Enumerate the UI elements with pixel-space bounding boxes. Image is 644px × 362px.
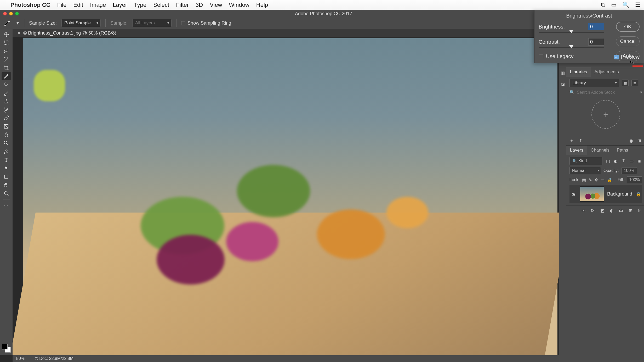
- layer-name[interactable]: Background: [607, 191, 633, 197]
- layer-style-icon[interactable]: fx: [590, 208, 596, 213]
- document-tab[interactable]: ✕ © Brightness_Contrast1.jpg @ 50% (RGB/…: [14, 29, 120, 37]
- window-close-button[interactable]: [3, 12, 7, 15]
- foreground-color-swatch[interactable]: [2, 344, 8, 349]
- add-content-button[interactable]: ＋: [569, 138, 574, 143]
- move-tool[interactable]: [2, 30, 11, 38]
- blur-tool[interactable]: [2, 131, 11, 139]
- contrast-slider[interactable]: [539, 47, 604, 48]
- add-graphic-button[interactable]: ⤒: [578, 138, 583, 143]
- tab-adjustments[interactable]: Adjustments: [591, 67, 623, 77]
- menu-filter[interactable]: Filter: [176, 2, 189, 8]
- dodge-tool[interactable]: [2, 139, 11, 147]
- brightness-input[interactable]: [588, 23, 604, 30]
- document-canvas[interactable]: [23, 38, 557, 355]
- display-icon[interactable]: ▭: [611, 2, 617, 8]
- filter-pixel-icon[interactable]: ▢: [605, 158, 611, 164]
- pen-tool[interactable]: [2, 148, 11, 155]
- crop-tool[interactable]: [2, 64, 11, 72]
- marquee-tool[interactable]: [2, 39, 11, 47]
- lock-artboard-icon[interactable]: ▭: [601, 177, 605, 182]
- opacity-input[interactable]: 100%: [622, 167, 637, 174]
- menu-select[interactable]: Select: [153, 2, 169, 8]
- menu-file[interactable]: File: [57, 2, 66, 8]
- window-minimize-button[interactable]: [9, 12, 13, 15]
- histogram-panel-icon[interactable]: ▥: [559, 69, 566, 76]
- canvas-area[interactable]: [13, 37, 559, 355]
- chevron-down-icon[interactable]: ▾: [640, 90, 642, 95]
- trash-icon[interactable]: 🗑: [637, 138, 643, 143]
- library-dropdown[interactable]: Library: [569, 79, 619, 87]
- preview-checkbox[interactable]: ✓ Preview: [614, 54, 640, 60]
- preview-mode-icon[interactable]: ◉: [629, 138, 634, 143]
- menu-edit[interactable]: Edit: [73, 2, 83, 8]
- close-tab-icon[interactable]: ✕: [17, 31, 21, 36]
- layer-lock-icon[interactable]: 🔒: [636, 192, 641, 197]
- blend-mode-dropdown[interactable]: Normal: [569, 167, 601, 174]
- layer-thumbnail[interactable]: [580, 186, 604, 202]
- spot-heal-tool[interactable]: [2, 81, 11, 88]
- brush-tool[interactable]: [2, 89, 11, 97]
- edit-toolbar-button[interactable]: ⋯: [2, 201, 11, 209]
- eyedropper-tool[interactable]: [2, 72, 11, 80]
- swatches-panel-icon[interactable]: ◪: [559, 81, 566, 88]
- layer-mask-icon[interactable]: ◩: [599, 208, 605, 213]
- contrast-input[interactable]: [588, 38, 604, 46]
- hand-tool[interactable]: [2, 181, 11, 189]
- layer-group-icon[interactable]: 🗀: [618, 208, 624, 213]
- menu-view[interactable]: View: [210, 2, 222, 8]
- lasso-tool[interactable]: [2, 47, 11, 55]
- ok-button[interactable]: OK: [616, 22, 640, 32]
- layer-row[interactable]: ◉ Background 🔒: [569, 185, 642, 203]
- spotlight-icon[interactable]: 🔍: [622, 2, 629, 8]
- tab-paths[interactable]: Paths: [613, 146, 632, 155]
- history-brush-tool[interactable]: [2, 106, 11, 114]
- filter-type-icon[interactable]: T: [621, 158, 626, 164]
- window-zoom-button[interactable]: [15, 12, 19, 15]
- menu-extras-icon[interactable]: ☰: [635, 2, 640, 8]
- lock-pixels-icon[interactable]: ✎: [589, 177, 592, 182]
- screen-record-icon[interactable]: ⧉: [601, 2, 605, 8]
- app-menu[interactable]: Photoshop CC: [10, 2, 50, 8]
- menu-image[interactable]: Image: [90, 2, 106, 8]
- sample-size-dropdown[interactable]: Point Sample: [61, 19, 101, 27]
- menu-type[interactable]: Type: [134, 2, 146, 8]
- lock-transparent-icon[interactable]: ▦: [582, 177, 586, 182]
- color-swatches[interactable]: [2, 344, 11, 353]
- lock-position-icon[interactable]: ✥: [595, 177, 598, 182]
- doc-info[interactable]: © Doc: 22.8M/22.8M: [35, 356, 73, 361]
- filter-adjust-icon[interactable]: ◐: [613, 158, 619, 164]
- new-layer-icon[interactable]: ⊞: [628, 208, 633, 213]
- show-sampling-ring-checkbox[interactable]: Show Sampling Ring: [181, 20, 231, 26]
- tab-layers[interactable]: Layers: [566, 146, 587, 155]
- menu-layer[interactable]: Layer: [113, 2, 127, 8]
- adjustment-layer-icon[interactable]: ◐: [609, 208, 614, 213]
- library-drop-target[interactable]: +: [591, 100, 620, 129]
- menu-window[interactable]: Window: [229, 2, 249, 8]
- fill-input[interactable]: 100%: [627, 176, 642, 183]
- use-legacy-checkbox[interactable]: Use Legacy: [539, 53, 604, 59]
- gradient-tool[interactable]: [2, 122, 11, 130]
- search-stock-input[interactable]: [577, 90, 638, 95]
- filter-shape-icon[interactable]: ▭: [629, 158, 634, 164]
- layer-visibility-toggle[interactable]: ◉: [571, 192, 577, 197]
- magic-wand-tool[interactable]: [2, 55, 11, 63]
- shape-tool[interactable]: [2, 173, 11, 181]
- delete-layer-icon[interactable]: 🗑: [637, 208, 643, 213]
- path-select-tool[interactable]: [2, 164, 11, 172]
- menu-help[interactable]: Help: [256, 2, 268, 8]
- layer-kind-filter[interactable]: 🔍Kind: [569, 157, 602, 165]
- zoom-tool[interactable]: [2, 190, 11, 197]
- tab-channels[interactable]: Channels: [587, 146, 613, 155]
- grid-view-button[interactable]: ▦: [622, 80, 629, 86]
- cancel-button[interactable]: Cancel: [616, 36, 640, 46]
- filter-smart-icon[interactable]: ▣: [636, 158, 642, 164]
- link-layers-icon[interactable]: ⚯: [580, 208, 586, 213]
- brightness-slider[interactable]: [539, 32, 604, 33]
- tab-libraries[interactable]: Libraries: [566, 67, 591, 77]
- slider-thumb-icon[interactable]: [569, 45, 573, 48]
- clone-stamp-tool[interactable]: [2, 97, 11, 105]
- slider-thumb-icon[interactable]: [569, 30, 573, 33]
- eyedropper-icon[interactable]: [4, 19, 11, 27]
- eraser-tool[interactable]: [2, 114, 11, 122]
- type-tool[interactable]: [2, 156, 11, 164]
